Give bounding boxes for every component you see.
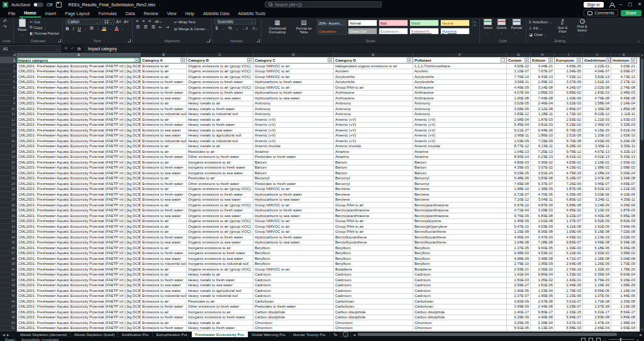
cell[interactable]: 6.34E-08 bbox=[611, 240, 637, 246]
cell[interactable]: CML2001- Freshwater Aquatic Ecotoxicity … bbox=[17, 170, 141, 176]
cell[interactable]: Emissions to air bbox=[141, 101, 187, 107]
maximize-button[interactable]: ▢ bbox=[628, 2, 633, 7]
cell[interactable]: 1.62E-10 bbox=[611, 133, 637, 139]
cell[interactable]: 2.53E-02 bbox=[555, 117, 583, 123]
cell[interactable]: 1.57E-08 bbox=[583, 305, 611, 310]
cell[interactable]: 2.02E-08 bbox=[583, 85, 611, 91]
cell[interactable]: Arsenic (+V) bbox=[334, 138, 413, 144]
cell[interactable]: 2.25E-08 bbox=[583, 256, 611, 262]
sheet-nav-more-icon[interactable]: … bbox=[11, 333, 14, 337]
cell[interactable]: 8.06E-08 bbox=[531, 230, 555, 235]
cell[interactable]: Emissions to sea water bbox=[141, 256, 187, 262]
cell[interactable]: Emissions to sea water bbox=[141, 128, 187, 133]
cell[interactable]: Heavy metals to sea water bbox=[187, 283, 253, 289]
cell[interactable]: 4.70E-06 bbox=[531, 192, 555, 198]
cell[interactable]: Barium bbox=[334, 165, 413, 171]
cell[interactable]: 3.84E-08 bbox=[611, 315, 637, 321]
cell[interactable]: CML2001- Freshwater Aquatic Ecotoxicity … bbox=[17, 117, 141, 123]
cell[interactable]: 7.20E-12 bbox=[507, 198, 531, 203]
cell[interactable]: Emissions to air bbox=[141, 219, 187, 225]
cell[interactable]: Benomyl bbox=[334, 181, 413, 187]
cell[interactable]: Emissions to fresh water bbox=[141, 315, 187, 321]
cell[interactable]: 1.63E-03 bbox=[611, 117, 637, 123]
cell[interactable]: CML2001- Freshwater Aquatic Ecotoxicity … bbox=[17, 272, 141, 278]
cell[interactable]: 9.76E-09 bbox=[507, 213, 531, 219]
cell[interactable]: Emissions to fresh water bbox=[141, 305, 187, 310]
cell[interactable]: 2.33E-08 bbox=[611, 299, 637, 305]
filter-button[interactable]: ▾ bbox=[407, 58, 411, 62]
cell[interactable]: Organic emissions to air (group VOC) bbox=[187, 267, 253, 272]
cell[interactable]: 9.15E-03 bbox=[611, 277, 637, 283]
sheet-tab[interactable]: Te bbox=[330, 332, 341, 337]
menu-tab-review[interactable]: Review bbox=[140, 9, 163, 18]
style-chip[interactable]: Bad bbox=[379, 20, 408, 26]
cell[interactable]: 1.32E-20 bbox=[583, 267, 611, 272]
cell[interactable]: 5.61E-26 bbox=[611, 128, 637, 133]
cell[interactable]: 3.34E-08 bbox=[611, 176, 637, 182]
cell[interactable]: 4.25E-09 bbox=[611, 203, 637, 208]
cell[interactable]: Arsenic (+V) bbox=[413, 128, 507, 133]
hscroll-right-icon[interactable]: ▶ bbox=[640, 333, 642, 337]
cell[interactable]: Cadmium bbox=[413, 294, 507, 299]
cell[interactable]: Heavy metals to air bbox=[187, 272, 253, 278]
cell[interactable]: 2.49E-10 bbox=[531, 80, 555, 86]
cell[interactable]: 3.94E-09 bbox=[611, 224, 637, 230]
new-sheet-button[interactable]: + bbox=[343, 332, 348, 337]
cell[interactable]: Acrylonitrile bbox=[413, 74, 507, 80]
cell[interactable]: 4.79E-08 bbox=[583, 96, 611, 101]
cell[interactable]: Emissions to air bbox=[141, 85, 187, 91]
cell[interactable]: Antimony bbox=[334, 112, 413, 118]
cell[interactable]: 8.60E-04 bbox=[611, 272, 637, 278]
cell[interactable]: Chromium bbox=[334, 320, 413, 326]
cell[interactable]: 8.82E-09 bbox=[611, 219, 637, 225]
row-header[interactable]: 44 bbox=[0, 288, 17, 294]
cell[interactable]: 1.04E-05 bbox=[555, 69, 583, 75]
cell[interactable]: Cadmium bbox=[334, 277, 413, 283]
sheet-nav-right-icon[interactable]: ▶ bbox=[7, 333, 9, 337]
cell[interactable]: 1.98E-04 bbox=[611, 320, 637, 326]
cell[interactable]: 1.09E-06 bbox=[555, 230, 583, 235]
cell[interactable]: Emissions to fresh water bbox=[141, 106, 187, 112]
cell[interactable]: Hydrocarbons to sea water bbox=[253, 96, 334, 101]
align-middle-icon[interactable]: ≡ bbox=[142, 19, 145, 23]
cell[interactable]: CML2001- Freshwater Aquatic Ecotoxicity … bbox=[17, 165, 141, 171]
cell[interactable]: Benzofluoranthene bbox=[413, 240, 507, 246]
cell[interactable]: 1.01E-08 bbox=[531, 219, 555, 225]
column-header-I[interactable]: I bbox=[555, 53, 583, 57]
cell[interactable]: 2.92E-02 bbox=[583, 251, 611, 257]
row-header[interactable]: 10 bbox=[0, 106, 17, 112]
cell[interactable]: Pesticides to fresh water bbox=[253, 155, 334, 160]
cell[interactable]: 4.71E-07 bbox=[555, 256, 583, 262]
cell[interactable]: Hydrocarbons to sea water bbox=[253, 240, 334, 246]
gallery-scroll-arrows[interactable]: ▲▼ bbox=[472, 19, 477, 28]
cell[interactable]: 4.87E-09 bbox=[531, 203, 555, 208]
cell[interactable]: Heavy metals to agricultural soil bbox=[187, 288, 253, 294]
cell[interactable]: Emissions to air bbox=[141, 245, 187, 251]
cell[interactable]: Arsenic trioxide bbox=[253, 144, 334, 150]
style-chip[interactable]: 20% - Accent... bbox=[317, 20, 347, 26]
cell[interactable]: 6.69E-07 bbox=[611, 69, 637, 75]
delete-cells-button[interactable]: Delete⌄ bbox=[496, 19, 508, 34]
row-header[interactable]: 21 bbox=[0, 165, 17, 171]
cell[interactable]: 1.04E-13 bbox=[507, 149, 531, 155]
cell[interactable]: 8.41E-12 bbox=[555, 155, 583, 160]
cancel-icon[interactable]: ✕ bbox=[64, 46, 67, 51]
cell[interactable]: CML2001- Freshwater Aquatic Ecotoxicity … bbox=[17, 315, 141, 321]
cell[interactable]: 8.55E-05 bbox=[583, 288, 611, 294]
sort-filter-button[interactable]: AZ↓ Sort & Filter⌄ bbox=[554, 19, 572, 38]
cell[interactable]: CML2001- Freshwater Aquatic Ecotoxicity … bbox=[17, 181, 141, 187]
sheet-tab[interactable]: Global Warming Pot. bbox=[248, 332, 290, 337]
cell[interactable]: 2.93E-02 bbox=[611, 160, 637, 165]
cell[interactable]: 2.68E-04 bbox=[507, 117, 531, 123]
cell[interactable]: 2.28E-24 bbox=[583, 170, 611, 176]
cell[interactable]: Emissions to sea water bbox=[141, 198, 187, 203]
cell[interactable]: 9.83E-07 bbox=[555, 240, 583, 246]
cell[interactable]: 3.85E-02 bbox=[555, 91, 583, 96]
cell[interactable]: Group PAH to air bbox=[334, 85, 413, 91]
sign-in-button[interactable]: Sign in bbox=[584, 2, 604, 8]
cell[interactable]: 3.14E-09 bbox=[583, 203, 611, 208]
cell[interactable]: 2.64E-08 bbox=[555, 262, 583, 267]
cell[interactable]: 1.33E-02 bbox=[555, 272, 583, 278]
header-cell[interactable]: Category C▾ bbox=[253, 57, 334, 64]
row-header[interactable]: 40 bbox=[0, 267, 17, 272]
